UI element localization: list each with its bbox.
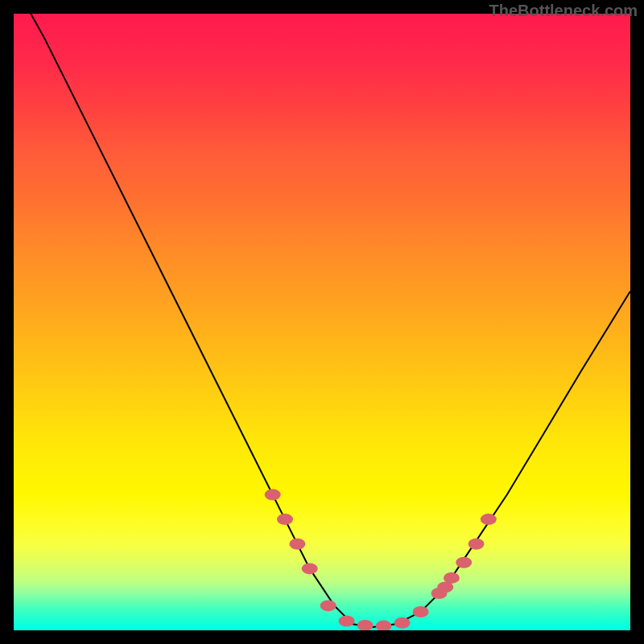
bottleneck-curve xyxy=(14,14,630,627)
data-marker xyxy=(302,563,318,574)
data-marker xyxy=(289,539,305,550)
data-marker xyxy=(444,572,460,584)
marker-group xyxy=(265,489,497,631)
data-marker xyxy=(481,514,497,525)
data-marker xyxy=(339,616,355,627)
data-marker xyxy=(456,557,472,568)
data-marker xyxy=(265,489,281,501)
data-marker xyxy=(394,617,411,629)
data-marker xyxy=(277,514,293,525)
chart-svg xyxy=(14,14,630,630)
watermark-text: TheBottleneck.com xyxy=(489,2,638,20)
data-marker xyxy=(469,539,485,550)
data-marker xyxy=(357,620,374,630)
data-marker xyxy=(413,606,429,617)
data-marker xyxy=(376,621,392,630)
data-marker xyxy=(320,600,336,611)
